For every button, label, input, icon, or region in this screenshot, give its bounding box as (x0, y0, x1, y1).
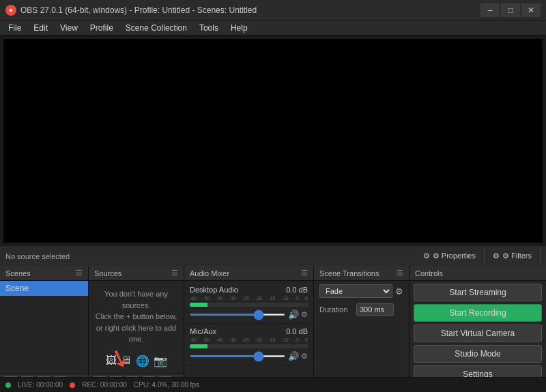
studio-mode-button[interactable]: Studio Mode (414, 345, 542, 363)
left-main: No source selected ⚙ ⚙ Properties ⚙ ⚙ Fi… (0, 35, 546, 392)
desktop-audio-slider[interactable] (190, 314, 285, 316)
mic-aux-db: 0.0 dB (286, 327, 308, 335)
desktop-audio-label: Desktop Audio (190, 286, 238, 294)
menu-file[interactable]: File (3, 22, 27, 34)
sources-panel: Sources ☰ You don't have any sources.Cli… (89, 266, 184, 392)
scenes-panel: Scenes ☰ Scene + − ∧ ∨ (0, 266, 89, 392)
desktop-audio-header: Desktop Audio 0.0 dB (190, 286, 308, 294)
properties-tab[interactable]: ⚙ ⚙ Properties (415, 249, 485, 263)
transitions-panel-header: Scene Transitions ☰ (314, 266, 409, 281)
menu-tools[interactable]: Tools (194, 22, 224, 34)
sources-panel-header: Sources ☰ (89, 266, 184, 281)
window-controls: – □ ✕ (480, 3, 541, 17)
mic-aux-slider[interactable] (190, 355, 285, 357)
transitions-menu-icon[interactable]: ☰ (397, 269, 403, 277)
audio-mixer-panel: Audio Mixer ☰ Desktop Audio 0.0 dB -60-5… (184, 266, 314, 392)
audio-panel-header: Audio Mixer ☰ (184, 266, 313, 281)
scenes-menu-icon[interactable]: ☰ (76, 269, 83, 277)
sources-title: Sources (94, 269, 121, 277)
menu-bar: File Edit View Profile Scene Collection … (0, 20, 546, 35)
properties-label: ⚙ Properties (433, 252, 476, 260)
transitions-panel: Scene Transitions ☰ Fade ⚙ Duration (314, 266, 410, 392)
controls-panel-header: Controls (410, 266, 546, 281)
filters-label: ⚙ Filters (502, 252, 532, 260)
scenes-title: Scenes (5, 269, 31, 277)
cpu-label: CPU: 4.0%, 30.00 fps (134, 381, 199, 389)
no-source-text: No source selected (5, 252, 70, 260)
desktop-audio-controls: 🔊 ⚙ (190, 310, 308, 320)
transition-gear-icon[interactable]: ⚙ (395, 286, 403, 297)
controls-panel-body: Start Streaming Start Recording Start Vi… (410, 281, 546, 392)
close-button[interactable]: ✕ (521, 3, 541, 17)
filter-icon: ⚙ (493, 252, 500, 260)
desktop-audio-ticks: -60-50-40-30-25-20-15-10-50 (190, 296, 308, 301)
image-source-icon: 🖼 (106, 355, 117, 367)
desktop-audio-channel: Desktop Audio 0.0 dB -60-50-40-30-25-20-… (184, 282, 313, 324)
preview-canvas (3, 39, 543, 243)
menu-help[interactable]: Help (225, 22, 253, 34)
transitions-title: Scene Transitions (319, 269, 379, 277)
no-source-bar: No source selected ⚙ ⚙ Properties ⚙ ⚙ Fi… (0, 246, 546, 266)
window-title: OBS 27.0.1 (64-bit, windows) - Profile: … (20, 5, 257, 15)
camera-source-icon: 📷 (154, 355, 167, 367)
desktop-audio-settings-icon[interactable]: ⚙ (301, 310, 308, 319)
menu-profile[interactable]: Profile (85, 22, 119, 34)
mic-aux-mute-icon[interactable]: 🔊 (288, 351, 299, 361)
preview-section (0, 35, 546, 246)
desktop-audio-fill (207, 303, 308, 307)
menu-edit[interactable]: Edit (28, 22, 53, 34)
title-bar: ● OBS 27.0.1 (64-bit, windows) - Profile… (0, 0, 546, 20)
mic-aux-header: Mic/Aux 0.0 dB (190, 327, 308, 335)
desktop-audio-meter (190, 303, 308, 307)
display-source-icon: 🖥 (121, 355, 132, 367)
browser-source-icon: 🌐 (136, 355, 149, 367)
live-label: LIVE: 00:00:00 (18, 381, 63, 389)
app-icon: ● (5, 5, 16, 16)
transition-type-row: Fade ⚙ (314, 281, 409, 301)
mic-aux-channel: Mic/Aux 0.0 dB -60-50-40-30-25-20-15-10-… (184, 324, 313, 365)
rec-label: REC: 00:00:00 (82, 381, 127, 389)
mic-aux-ticks: -60-50-40-30-25-20-15-10-50 (190, 337, 308, 342)
scenes-panel-body: Scene (0, 281, 88, 374)
mic-aux-fill (207, 344, 308, 348)
duration-input[interactable] (356, 303, 394, 316)
controls-panel: Controls Start Streaming Start Recording… (410, 266, 546, 392)
scene-item[interactable]: Scene (0, 281, 88, 296)
mic-aux-controls: 🔊 ⚙ (190, 351, 308, 361)
controls-title: Controls (415, 269, 443, 277)
menu-view[interactable]: View (55, 22, 83, 34)
mic-aux-label: Mic/Aux (190, 327, 216, 335)
desktop-audio-icons: 🔊 ⚙ (288, 310, 308, 320)
live-status-dot (5, 382, 11, 388)
start-recording-button[interactable]: Start Recording (414, 304, 542, 322)
bottom-panels-row: Scenes ☰ Scene + − ∧ ∨ (0, 266, 546, 392)
rec-status-dot (70, 382, 75, 388)
gear-icon: ⚙ (423, 252, 430, 260)
transition-duration-row: Duration (314, 301, 409, 318)
sources-empty-text: You don't have any sources.Click the + b… (89, 283, 184, 350)
start-streaming-button[interactable]: Start Streaming (414, 284, 542, 301)
scenes-panel-header: Scenes ☰ (0, 266, 88, 281)
sources-panel-body[interactable]: You don't have any sources.Click the + b… (89, 281, 184, 374)
transitions-panel-body: Fade ⚙ Duration (314, 281, 409, 392)
mic-aux-meter (190, 344, 308, 348)
content-area: No source selected ⚙ ⚙ Properties ⚙ ⚙ Fi… (0, 35, 546, 392)
status-bar: LIVE: 00:00:00 REC: 00:00:00 CPU: 4.0%, … (0, 377, 546, 392)
source-type-icons: 🖼 🖥 🌐 📷 (100, 350, 173, 372)
minimize-button[interactable]: – (480, 3, 500, 17)
sources-menu-icon[interactable]: ☰ (171, 269, 178, 277)
menu-scene-collection[interactable]: Scene Collection (120, 22, 192, 34)
duration-label: Duration (319, 305, 354, 314)
audio-panel-body: Desktop Audio 0.0 dB -60-50-40-30-25-20-… (184, 281, 313, 392)
mic-aux-settings-icon[interactable]: ⚙ (301, 352, 308, 361)
desktop-audio-db: 0.0 dB (286, 286, 308, 294)
maximize-button[interactable]: □ (501, 3, 520, 17)
desktop-audio-mute-icon[interactable]: 🔊 (288, 310, 299, 320)
mic-aux-icons: 🔊 ⚙ (288, 351, 308, 361)
audio-title: Audio Mixer (190, 269, 229, 277)
start-virtual-camera-button[interactable]: Start Virtual Camera (414, 325, 542, 342)
transition-type-select[interactable]: Fade (319, 284, 392, 298)
filters-tab[interactable]: ⚙ ⚙ Filters (485, 249, 541, 263)
audio-menu-icon[interactable]: ☰ (301, 269, 308, 277)
